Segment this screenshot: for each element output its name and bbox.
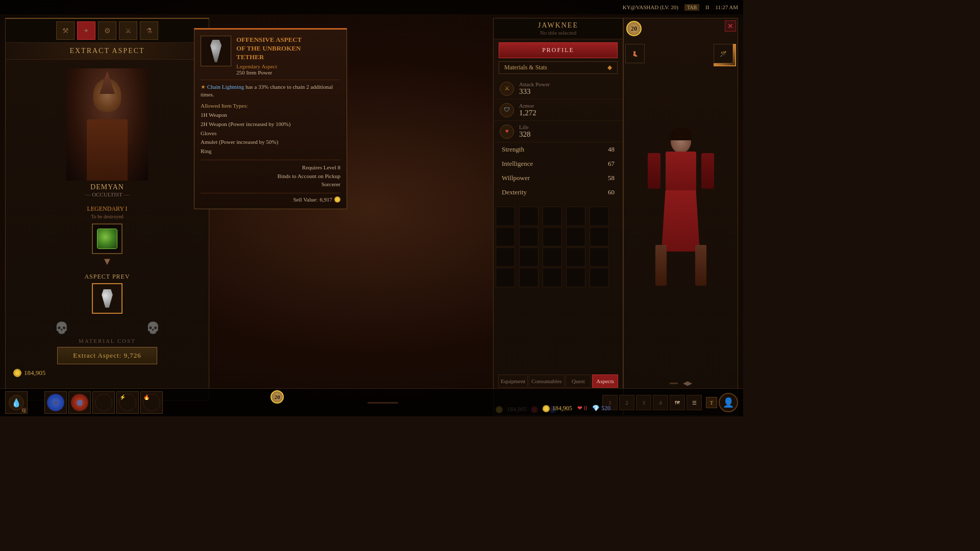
- stats-panel: JAWKNEE No title selected PROFILE Materi…: [493, 18, 623, 416]
- scroll-arrows[interactable]: ◀▶: [683, 380, 692, 387]
- bottom-scroll-bar: [368, 402, 398, 404]
- skill-slot-q[interactable]: 💧 Q: [5, 391, 28, 414]
- tab-equipment[interactable]: Equipment: [498, 374, 528, 388]
- material-cost-label: MATERIAL COST: [6, 338, 209, 344]
- char-header: JAWKNEE No title selected: [494, 18, 623, 39]
- t-button[interactable]: T: [706, 397, 717, 408]
- tab-extract[interactable]: ✦: [77, 21, 95, 40]
- tooltip-divider-2: [201, 160, 340, 160]
- inv-cell-15: [590, 247, 609, 267]
- npc-portrait: [66, 68, 148, 181]
- armor-info: Armor 1,272: [519, 103, 617, 117]
- aspect-preview-slot[interactable]: [92, 283, 122, 314]
- bottom-right-gold: 184,905 ❤ 0 💎 520: [543, 405, 610, 412]
- bottom-action-bar: 💧 Q 20 ❄ 🌀 ⚡ 🔥 1 2 3 4 🗺 ☰ T: [0, 388, 743, 416]
- tab-indicator: TAB: [684, 4, 699, 11]
- panel-title: EXTRACT ASPECT: [6, 43, 209, 60]
- inv-cell-11: [496, 247, 515, 267]
- char-portrait-button[interactable]: 👤: [719, 393, 738, 412]
- inv-cell-1: [496, 207, 515, 226]
- separator: II: [705, 4, 709, 10]
- profile-button[interactable]: PROFILE: [499, 42, 618, 58]
- char-right-leg: [695, 245, 706, 286]
- inv-cell-20: [590, 268, 609, 287]
- level-display: 20: [271, 390, 284, 404]
- username-display: KY@VASHAD (LV. 20): [623, 4, 678, 10]
- armor-label: Armor: [519, 103, 617, 109]
- tab-combat[interactable]: ⚔: [119, 21, 137, 40]
- tab-alchemy[interactable]: ⚗: [140, 21, 158, 40]
- character-panel: 20 👑: [623, 18, 738, 416]
- char-name: JAWKNEE: [497, 21, 620, 30]
- effect-highlight: Chain Lightning: [207, 84, 244, 90]
- skill-slot-2[interactable]: 🌀: [68, 391, 91, 414]
- strength-value: 48: [594, 145, 615, 154]
- hotbar-3[interactable]: 3: [636, 395, 651, 410]
- sell-label: Sell Value:: [293, 196, 317, 203]
- life-info: Life 328: [519, 124, 617, 139]
- armor-row: 🛡 Armor 1,272: [494, 99, 623, 121]
- inv-cell-6: [496, 227, 515, 246]
- inv-cell-12: [519, 247, 538, 267]
- close-button[interactable]: ✕: [725, 20, 736, 32]
- scroll-controls: ◀▶: [670, 380, 692, 387]
- skill-slot-1[interactable]: ❄: [44, 391, 67, 414]
- sell-amount: 6,917: [320, 196, 332, 203]
- skill-slot-4[interactable]: ⚡: [116, 391, 139, 414]
- right-equip-slots: 💍 💍 📿 🪄: [714, 44, 736, 66]
- npc-title-label: — OCCULTIST —: [85, 191, 130, 197]
- material-cost-section: MATERIAL COST Extract Aspect: 9,726: [6, 338, 209, 364]
- tooltip-item-type: Legendary Aspect: [236, 63, 302, 69]
- inv-cell-19: [566, 268, 585, 287]
- tabs-row: Equipment Consumables Quest Aspects: [498, 374, 618, 388]
- tab-settings[interactable]: ⚙: [98, 21, 116, 40]
- extract-button[interactable]: Extract Aspect: 9,726: [57, 347, 157, 364]
- inv-cell-9: [566, 227, 585, 246]
- skill-slot-5[interactable]: 🔥: [140, 391, 163, 414]
- equip-slot-offhand[interactable]: 🪄: [714, 44, 733, 63]
- inv-cell-7: [519, 227, 538, 246]
- tooltip-divider-1: [201, 80, 340, 80]
- tooltip-sell-value: Sell Value: 6,917: [201, 196, 340, 203]
- tab-quest[interactable]: Quest: [566, 374, 592, 388]
- armor-icon: 🛡: [500, 103, 514, 117]
- gold-amount: 184,905: [24, 369, 45, 377]
- gold-display: 184,905: [13, 369, 45, 377]
- right-gold-icon: [543, 405, 550, 412]
- tooltip-divider-3: [201, 193, 340, 193]
- hotbar-2[interactable]: 2: [619, 395, 634, 410]
- intelligence-row: Intelligence 67: [494, 157, 623, 171]
- inv-cell-16: [496, 268, 515, 287]
- hotbar-4[interactable]: 4: [653, 395, 668, 410]
- inv-cell-2: [519, 207, 538, 226]
- item-slot[interactable]: [92, 223, 122, 254]
- tooltip-allowed-label: Allowed Item Types:: [201, 103, 340, 109]
- level-circle: 20: [626, 21, 642, 36]
- npc-area: DEMYAN — OCCULTIST —: [6, 60, 209, 203]
- stats-toggle[interactable]: Materials & Stats ◆: [499, 61, 618, 74]
- skill-q-badge: Q: [21, 408, 27, 413]
- char-skirt: [662, 190, 700, 252]
- char-left-leg: [655, 245, 667, 286]
- inv-cell-4: [566, 207, 585, 226]
- life-value: 328: [519, 130, 617, 139]
- inv-cell-10: [590, 227, 609, 246]
- tooltip-requirements: Requires Level 8 Binds to Account on Pic…: [201, 163, 340, 189]
- willpower-row: Willpower 58: [494, 171, 623, 185]
- tab-consumables[interactable]: Consumables: [529, 374, 564, 388]
- tab-aspects[interactable]: Aspects: [592, 374, 618, 388]
- equip-slot-boots[interactable]: 👢: [625, 44, 645, 63]
- willpower-value: 58: [594, 174, 615, 182]
- inv-cell-18: [543, 268, 562, 287]
- skill-slots-row: ❄ 🌀 ⚡ 🔥: [44, 391, 163, 414]
- skill-slot-3[interactable]: [92, 391, 115, 414]
- top-bar: KY@VASHAD (LV. 20) TAB II 11:27 AM: [0, 0, 743, 14]
- inv-cell-14: [566, 247, 585, 267]
- char-hair: [670, 128, 692, 140]
- tab-salvage[interactable]: ⚒: [56, 21, 75, 40]
- char-subtitle: No title selected: [497, 30, 620, 36]
- right-red-resource: ❤ 0: [577, 405, 587, 412]
- char-level-badge: 20: [271, 390, 284, 404]
- hotbar-menu[interactable]: ☰: [687, 395, 702, 410]
- hotbar-map[interactable]: 🗺: [670, 395, 685, 410]
